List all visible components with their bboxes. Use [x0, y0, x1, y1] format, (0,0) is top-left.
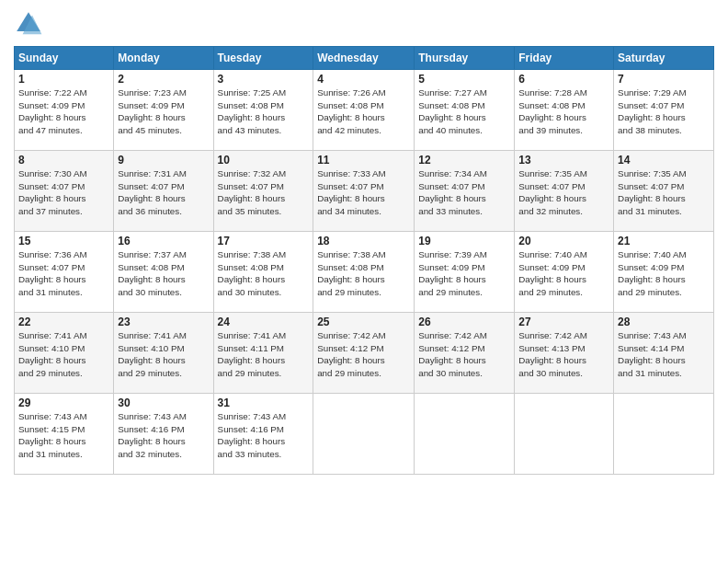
day-info: Sunrise: 7:41 AMSunset: 4:10 PMDaylight:…	[18, 330, 87, 378]
calendar-cell: 2 Sunrise: 7:23 AMSunset: 4:09 PMDayligh…	[114, 70, 213, 151]
day-info: Sunrise: 7:41 AMSunset: 4:10 PMDaylight:…	[118, 330, 187, 378]
day-number: 20	[518, 235, 609, 247]
day-number: 26	[418, 316, 510, 328]
day-header-thursday: Thursday	[415, 47, 515, 70]
week-row-5: 29 Sunrise: 7:43 AMSunset: 4:15 PMDaylig…	[15, 394, 714, 475]
day-info: Sunrise: 7:38 AMSunset: 4:08 PMDaylight:…	[317, 249, 386, 297]
page: SundayMondayTuesdayWednesdayThursdayFrid…	[0, 0, 728, 563]
calendar-cell: 7 Sunrise: 7:29 AMSunset: 4:07 PMDayligh…	[614, 70, 714, 151]
day-info: Sunrise: 7:26 AMSunset: 4:08 PMDaylight:…	[317, 87, 386, 135]
header	[14, 9, 714, 39]
day-number: 14	[618, 154, 710, 167]
calendar-cell: 24 Sunrise: 7:41 AMSunset: 4:11 PMDaylig…	[213, 313, 313, 394]
logo-icon	[14, 9, 43, 39]
calendar-cell: 19 Sunrise: 7:39 AMSunset: 4:09 PMDaylig…	[415, 232, 515, 313]
day-header-sunday: Sunday	[15, 47, 114, 70]
day-number: 24	[218, 316, 310, 328]
days-header-row: SundayMondayTuesdayWednesdayThursdayFrid…	[15, 47, 714, 70]
week-row-2: 8 Sunrise: 7:30 AMSunset: 4:07 PMDayligh…	[15, 151, 714, 232]
day-info: Sunrise: 7:25 AMSunset: 4:08 PMDaylight:…	[218, 87, 287, 135]
calendar-cell: 25 Sunrise: 7:42 AMSunset: 4:12 PMDaylig…	[313, 313, 415, 394]
calendar-cell: 10 Sunrise: 7:32 AMSunset: 4:07 PMDaylig…	[213, 151, 313, 232]
calendar-cell: 31 Sunrise: 7:43 AMSunset: 4:16 PMDaylig…	[213, 394, 313, 475]
day-header-saturday: Saturday	[614, 47, 714, 70]
calendar-cell: 17 Sunrise: 7:38 AMSunset: 4:08 PMDaylig…	[213, 232, 313, 313]
day-info: Sunrise: 7:43 AMSunset: 4:16 PMDaylight:…	[218, 411, 287, 459]
calendar-cell: 5 Sunrise: 7:27 AMSunset: 4:08 PMDayligh…	[415, 70, 515, 151]
week-row-4: 22 Sunrise: 7:41 AMSunset: 4:10 PMDaylig…	[15, 313, 714, 394]
day-info: Sunrise: 7:22 AMSunset: 4:09 PMDaylight:…	[18, 87, 87, 135]
day-info: Sunrise: 7:43 AMSunset: 4:15 PMDaylight:…	[18, 411, 87, 459]
calendar-cell: 18 Sunrise: 7:38 AMSunset: 4:08 PMDaylig…	[313, 232, 415, 313]
day-number: 19	[418, 235, 510, 247]
day-number: 27	[518, 316, 609, 328]
day-header-wednesday: Wednesday	[313, 47, 415, 70]
day-number: 2	[118, 73, 209, 86]
calendar-cell: 26 Sunrise: 7:42 AMSunset: 4:12 PMDaylig…	[415, 313, 515, 394]
day-number: 15	[18, 235, 109, 247]
day-number: 1	[18, 73, 109, 86]
week-row-3: 15 Sunrise: 7:36 AMSunset: 4:07 PMDaylig…	[15, 232, 714, 313]
day-number: 6	[518, 73, 609, 86]
day-number: 25	[317, 316, 410, 328]
calendar-cell: 4 Sunrise: 7:26 AMSunset: 4:08 PMDayligh…	[313, 70, 415, 151]
day-info: Sunrise: 7:34 AMSunset: 4:07 PMDaylight:…	[418, 168, 487, 216]
day-info: Sunrise: 7:42 AMSunset: 4:12 PMDaylight:…	[418, 330, 487, 378]
calendar-cell: 3 Sunrise: 7:25 AMSunset: 4:08 PMDayligh…	[213, 70, 313, 151]
calendar-cell	[313, 394, 415, 475]
calendar-cell	[415, 394, 515, 475]
day-number: 8	[18, 154, 109, 167]
day-number: 4	[317, 73, 410, 86]
week-row-1: 1 Sunrise: 7:22 AMSunset: 4:09 PMDayligh…	[15, 70, 714, 151]
calendar-cell: 20 Sunrise: 7:40 AMSunset: 4:09 PMDaylig…	[515, 232, 614, 313]
day-number: 3	[218, 73, 310, 86]
day-info: Sunrise: 7:40 AMSunset: 4:09 PMDaylight:…	[518, 249, 587, 297]
day-number: 5	[418, 73, 510, 86]
calendar-body: 1 Sunrise: 7:22 AMSunset: 4:09 PMDayligh…	[15, 70, 714, 475]
calendar-cell: 8 Sunrise: 7:30 AMSunset: 4:07 PMDayligh…	[15, 151, 114, 232]
day-number: 21	[618, 235, 710, 247]
day-info: Sunrise: 7:36 AMSunset: 4:07 PMDaylight:…	[18, 249, 87, 297]
day-number: 11	[317, 154, 410, 167]
day-info: Sunrise: 7:32 AMSunset: 4:07 PMDaylight:…	[218, 168, 287, 216]
calendar-cell: 27 Sunrise: 7:42 AMSunset: 4:13 PMDaylig…	[515, 313, 614, 394]
calendar-cell: 29 Sunrise: 7:43 AMSunset: 4:15 PMDaylig…	[15, 394, 114, 475]
calendar-cell: 1 Sunrise: 7:22 AMSunset: 4:09 PMDayligh…	[15, 70, 114, 151]
day-number: 12	[418, 154, 510, 167]
day-number: 16	[118, 235, 209, 247]
day-number: 10	[218, 154, 310, 167]
calendar-table: SundayMondayTuesdayWednesdayThursdayFrid…	[14, 46, 714, 475]
day-info: Sunrise: 7:43 AMSunset: 4:16 PMDaylight:…	[118, 411, 187, 459]
day-number: 7	[618, 73, 710, 86]
calendar-cell: 16 Sunrise: 7:37 AMSunset: 4:08 PMDaylig…	[114, 232, 213, 313]
day-header-monday: Monday	[114, 47, 213, 70]
day-info: Sunrise: 7:42 AMSunset: 4:13 PMDaylight:…	[518, 330, 587, 378]
calendar-cell	[515, 394, 614, 475]
calendar-cell: 11 Sunrise: 7:33 AMSunset: 4:07 PMDaylig…	[313, 151, 415, 232]
day-info: Sunrise: 7:42 AMSunset: 4:12 PMDaylight:…	[317, 330, 386, 378]
day-number: 31	[218, 396, 310, 409]
day-number: 22	[18, 316, 109, 328]
day-info: Sunrise: 7:28 AMSunset: 4:08 PMDaylight:…	[518, 87, 587, 135]
day-info: Sunrise: 7:30 AMSunset: 4:07 PMDaylight:…	[18, 168, 87, 216]
day-info: Sunrise: 7:35 AMSunset: 4:07 PMDaylight:…	[618, 168, 687, 216]
day-number: 18	[317, 235, 410, 247]
calendar-cell: 30 Sunrise: 7:43 AMSunset: 4:16 PMDaylig…	[114, 394, 213, 475]
day-header-tuesday: Tuesday	[213, 47, 313, 70]
day-number: 30	[118, 396, 209, 409]
calendar-cell: 13 Sunrise: 7:35 AMSunset: 4:07 PMDaylig…	[515, 151, 614, 232]
day-info: Sunrise: 7:43 AMSunset: 4:14 PMDaylight:…	[618, 330, 687, 378]
day-number: 13	[518, 154, 609, 167]
calendar-cell: 21 Sunrise: 7:40 AMSunset: 4:09 PMDaylig…	[614, 232, 714, 313]
day-number: 9	[118, 154, 209, 167]
calendar-cell: 15 Sunrise: 7:36 AMSunset: 4:07 PMDaylig…	[15, 232, 114, 313]
calendar-cell: 22 Sunrise: 7:41 AMSunset: 4:10 PMDaylig…	[15, 313, 114, 394]
day-info: Sunrise: 7:38 AMSunset: 4:08 PMDaylight:…	[218, 249, 287, 297]
calendar-cell: 9 Sunrise: 7:31 AMSunset: 4:07 PMDayligh…	[114, 151, 213, 232]
day-info: Sunrise: 7:41 AMSunset: 4:11 PMDaylight:…	[218, 330, 287, 378]
day-info: Sunrise: 7:31 AMSunset: 4:07 PMDaylight:…	[118, 168, 187, 216]
day-info: Sunrise: 7:40 AMSunset: 4:09 PMDaylight:…	[618, 249, 687, 297]
day-info: Sunrise: 7:37 AMSunset: 4:08 PMDaylight:…	[118, 249, 187, 297]
day-info: Sunrise: 7:29 AMSunset: 4:07 PMDaylight:…	[618, 87, 687, 135]
day-number: 23	[118, 316, 209, 328]
